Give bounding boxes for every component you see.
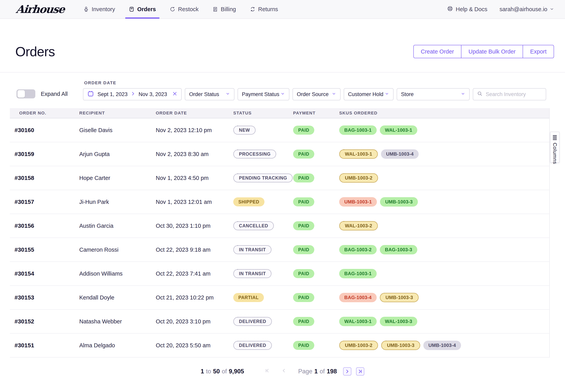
table-row[interactable]: #30157 Ji-Hun Park Nov 1, 2023 12:01 am … <box>10 190 549 214</box>
col-header-order-no[interactable]: ORDER NO. <box>10 111 74 116</box>
chevron-down-icon <box>385 91 389 98</box>
restock-icon <box>170 6 176 12</box>
expand-all-toggle[interactable] <box>16 89 35 98</box>
create-order-button[interactable]: Create Order <box>413 45 461 58</box>
sku-pill[interactable]: WAL-1003-3 <box>380 317 417 326</box>
store-dropdown[interactable]: Store <box>397 88 470 100</box>
help-docs-link[interactable]: Help & Docs <box>447 5 487 13</box>
nav-item-billing[interactable]: Billing <box>212 0 236 19</box>
columns-tab[interactable]: Columns <box>550 132 560 163</box>
table-row[interactable]: #30152 Natasha Webber Oct 20, 2023 3:10 … <box>10 310 549 334</box>
order-no[interactable]: #30158 <box>15 175 34 181</box>
nav-item-restock[interactable]: Restock <box>170 0 199 19</box>
sku-pill[interactable]: UMB-1003-2 <box>339 341 378 350</box>
sku-pill[interactable]: UMB-1003-1 <box>339 197 377 207</box>
payment-pill: PAID <box>293 317 314 326</box>
airhouse-logo[interactable]: Airhouse <box>15 3 65 15</box>
page-word: Page <box>298 368 312 375</box>
col-header-status[interactable]: STATUS <box>229 111 288 116</box>
table-row[interactable]: #30153 Kendall Doyle Oct 21, 2023 10:22 … <box>10 286 549 310</box>
header-actions: Create Order Update Bulk Order Export <box>413 45 554 58</box>
table-row[interactable]: #30159 Arjun Gupta Nov 2, 2023 8:30 am P… <box>10 142 549 166</box>
table-row[interactable]: #30156 Austin Garcia Oct 30, 2023 1:10 p… <box>10 214 549 238</box>
prev-page-icon[interactable] <box>281 368 287 375</box>
sku-pill[interactable]: BAG-1003-4 <box>339 293 377 302</box>
payment-pill: PAID <box>293 221 314 230</box>
recipient: Kendall Doyle <box>79 294 114 301</box>
order-no[interactable]: #30157 <box>15 198 34 205</box>
table-row[interactable]: #30160 Giselle Davis Nov 2, 2023 12:10 p… <box>10 118 549 142</box>
date-end: Nov 3, 2023 <box>138 91 167 98</box>
recipient: Addison Williams <box>79 270 123 277</box>
sku-pill[interactable]: WAL-1003-1 <box>339 149 378 159</box>
col-header-order-date[interactable]: ORDER DATE <box>151 111 229 116</box>
col-header-payment[interactable]: PAYMENT <box>288 111 334 116</box>
order-no[interactable]: #30156 <box>15 223 34 229</box>
sku-pill[interactable]: WAL-1003-1 <box>339 317 377 326</box>
sku-list: WAL-1003-1WAL-1003-3 <box>339 317 417 326</box>
toggle-knob <box>17 90 25 98</box>
customer-hold-dropdown[interactable]: Customer Hold <box>344 88 394 100</box>
sku-list: WAL-1003-2 <box>339 221 378 230</box>
order-source-dropdown[interactable]: Order Source <box>293 88 341 100</box>
sku-pill[interactable]: WAL-1003-2 <box>339 221 378 230</box>
sku-pill[interactable]: UMB-1003-3 <box>380 197 418 207</box>
sku-pill[interactable]: UMB-1003-3 <box>380 293 419 302</box>
sku-pill[interactable]: BAG-1003-2 <box>339 245 377 254</box>
next-page-button[interactable] <box>343 367 351 376</box>
order-no[interactable]: #30155 <box>15 246 34 253</box>
page-indicator: Page 1 of 198 <box>298 368 337 375</box>
date-range-picker[interactable]: Sept 1, 2023 Nov 3, 2023 <box>83 88 182 100</box>
dropdown-label: Store <box>401 91 414 98</box>
update-bulk-order-button[interactable]: Update Bulk Order <box>461 45 523 58</box>
nav-item-orders[interactable]: Orders <box>129 0 156 19</box>
table-row[interactable]: #30151 Alma Delgado Oct 20, 2023 5:50 am… <box>10 334 549 358</box>
table-row[interactable]: #30154 Addison Williams Oct 22, 2023 7:4… <box>10 262 549 286</box>
nav-item-returns[interactable]: Returns <box>250 0 278 19</box>
pagination-controls <box>265 368 287 375</box>
order-no[interactable]: #30153 <box>15 294 34 301</box>
nav-item-inventory[interactable]: Inventory <box>83 0 115 19</box>
sku-pill[interactable]: UMB-1003-4 <box>381 149 419 159</box>
order-no[interactable]: #30154 <box>15 270 34 277</box>
account-menu[interactable]: sarah@airhouse.io <box>499 6 554 13</box>
recipient: Ji-Hun Park <box>79 199 109 205</box>
search-inventory-box <box>473 88 546 100</box>
dropdown-label: Order Status <box>189 91 219 98</box>
order-no[interactable]: #30152 <box>15 318 34 325</box>
last-page-button[interactable] <box>356 367 364 376</box>
status-pill: NEW <box>233 126 256 135</box>
recipient: Arjun Gupta <box>79 151 110 157</box>
sku-pill[interactable]: UMB-1003-3 <box>381 341 420 350</box>
col-header-recipient[interactable]: RECIPIENT <box>74 111 151 116</box>
clear-date-icon[interactable] <box>172 91 177 98</box>
search-inventory-input[interactable] <box>485 91 542 98</box>
sku-pill[interactable]: UMB-1003-2 <box>339 173 378 183</box>
order-no[interactable]: #30160 <box>15 127 34 133</box>
order-no[interactable]: #30159 <box>15 151 34 157</box>
table-row[interactable]: #30155 Cameron Rossi Oct 22, 2023 9:18 a… <box>10 238 549 262</box>
payment-pill: PAID <box>293 341 314 350</box>
first-page-icon[interactable] <box>265 368 270 375</box>
sku-pill[interactable]: BAG-1003-1 <box>339 126 377 135</box>
order-date: Oct 22, 2023 9:18 am <box>156 247 210 253</box>
sku-pill[interactable]: BAG-1003-3 <box>380 245 417 254</box>
order-date: Oct 20, 2023 3:10 pm <box>156 318 210 325</box>
payment-status-dropdown[interactable]: Payment Status <box>238 88 289 100</box>
order-no[interactable]: #30151 <box>15 342 34 349</box>
sku-pill[interactable]: WAL-1003-1 <box>380 126 417 135</box>
table-row[interactable]: #30158 Hope Carter Nov 1, 2023 4:50 pm P… <box>10 166 549 190</box>
range-end: 50 <box>213 368 220 375</box>
sku-pill[interactable]: UMB-1003-4 <box>423 341 461 350</box>
status-pill: PENDING TRACKING <box>233 173 293 182</box>
expand-all-group: Expand All <box>16 89 68 98</box>
expand-all-label: Expand All <box>41 91 68 97</box>
order-status-dropdown[interactable]: Order Status <box>185 88 235 100</box>
recipient: Austin Garcia <box>79 223 113 229</box>
export-button[interactable]: Export <box>523 45 554 58</box>
col-header-skus[interactable]: SKUS ORDERED <box>334 111 549 116</box>
payment-pill: PAID <box>293 245 314 254</box>
sku-pill[interactable]: BAG-1003-1 <box>339 269 377 278</box>
recipient: Hope Carter <box>79 175 110 181</box>
sku-list: BAG-1003-2BAG-1003-3 <box>339 245 417 254</box>
